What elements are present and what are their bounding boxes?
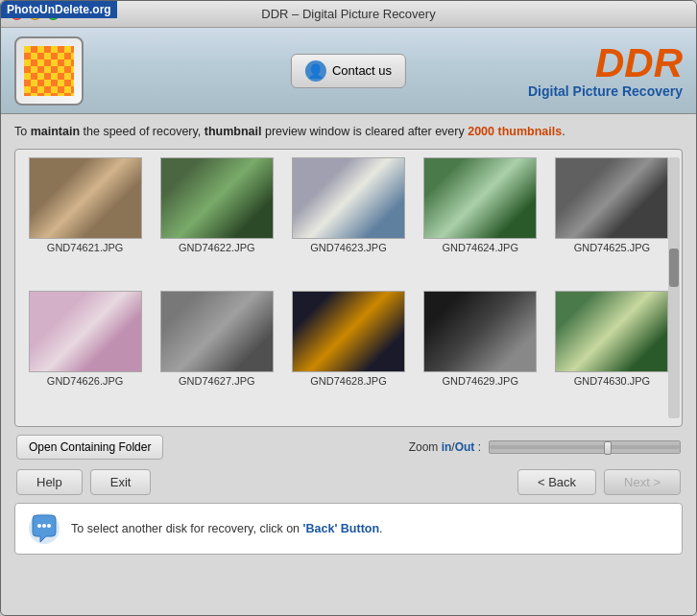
app-logo bbox=[14, 36, 84, 106]
thumbnail-label: GND74630.JPG bbox=[574, 375, 650, 387]
info-text: To maintain the speed of recovery, thumb… bbox=[14, 124, 683, 141]
thumbnail-image bbox=[160, 291, 274, 372]
thumbnail-image bbox=[555, 157, 668, 239]
list-item[interactable]: GND74629.JPG bbox=[419, 291, 542, 418]
list-item[interactable]: GND74623.JPG bbox=[286, 157, 410, 285]
open-folder-button[interactable]: Open Containing Folder bbox=[16, 435, 163, 460]
list-item[interactable]: GND74624.JPG bbox=[419, 157, 542, 285]
header: 👤 Contact us DDR Digital Picture Recover… bbox=[1, 28, 696, 114]
back-button[interactable]: < Back bbox=[517, 469, 596, 495]
brand-title: DDR bbox=[528, 43, 683, 83]
right-nav-buttons: < Back Next > bbox=[517, 469, 681, 495]
list-item[interactable]: GND74630.JPG bbox=[550, 291, 674, 418]
list-item[interactable]: GND74621.JPG bbox=[23, 157, 147, 285]
svg-point-3 bbox=[47, 524, 51, 528]
thumbnail-label: GND74621.JPG bbox=[47, 242, 123, 253]
zoom-control: Zoom in/Out : bbox=[409, 440, 681, 454]
zoom-slider[interactable] bbox=[489, 440, 681, 454]
title-bar: PhotoUnDelete.org DDR – Digital Picture … bbox=[1, 1, 696, 28]
thumbnail-image bbox=[423, 291, 537, 372]
thumbnail-image bbox=[29, 157, 142, 239]
zoom-label: Zoom in/Out : bbox=[409, 440, 481, 454]
contact-button[interactable]: 👤 Contact us bbox=[291, 54, 406, 88]
watermark-badge: PhotoUnDelete.org bbox=[1, 1, 117, 18]
window-title: DDR – Digital Picture Recovery bbox=[261, 7, 435, 21]
contact-icon: 👤 bbox=[305, 60, 326, 82]
svg-point-1 bbox=[37, 524, 41, 528]
main-content: To maintain the speed of recovery, thumb… bbox=[1, 114, 696, 615]
zoom-track bbox=[490, 445, 680, 449]
thumbnail-image bbox=[160, 157, 274, 239]
thumbnail-label: GND74624.JPG bbox=[442, 242, 517, 253]
logo-icon bbox=[24, 46, 74, 96]
thumbnail-label: GND74628.JPG bbox=[310, 375, 386, 387]
svg-point-2 bbox=[42, 524, 46, 528]
list-item[interactable]: GND74628.JPG bbox=[286, 291, 410, 418]
exit-button[interactable]: Exit bbox=[90, 469, 152, 495]
thumbnail-label: GND74623.JPG bbox=[310, 242, 386, 253]
left-nav-buttons: Help Exit bbox=[16, 469, 151, 495]
thumbnail-label: GND74629.JPG bbox=[442, 375, 517, 387]
next-button[interactable]: Next > bbox=[604, 469, 681, 495]
brand-subtitle: Digital Picture Recovery bbox=[528, 83, 683, 99]
list-item[interactable]: GND74626.JPG bbox=[23, 291, 147, 418]
thumbnail-image bbox=[423, 157, 537, 239]
status-text: To select another disk for recovery, cli… bbox=[71, 522, 383, 535]
main-window: PhotoUnDelete.org DDR – Digital Picture … bbox=[0, 0, 697, 616]
list-item[interactable]: GND74622.JPG bbox=[155, 157, 278, 285]
thumbnail-label: GND74627.JPG bbox=[179, 375, 254, 387]
list-item[interactable]: GND74625.JPG bbox=[550, 157, 674, 285]
thumbnail-label: GND74626.JPG bbox=[47, 375, 123, 387]
status-bar: To select another disk for recovery, cli… bbox=[14, 503, 683, 555]
thumbnail-label: GND74622.JPG bbox=[179, 242, 254, 253]
thumbnail-image bbox=[29, 291, 142, 372]
help-button[interactable]: Help bbox=[16, 469, 83, 495]
thumbnail-image bbox=[292, 157, 405, 239]
scrollbar-thumb[interactable] bbox=[669, 249, 679, 287]
scrollbar[interactable] bbox=[668, 157, 680, 418]
bottom-buttons: Help Exit < Back Next > bbox=[14, 469, 683, 495]
thumbnail-image bbox=[292, 291, 405, 372]
list-item[interactable]: GND74627.JPG bbox=[155, 291, 278, 418]
controls-row: Open Containing Folder Zoom in/Out : bbox=[14, 435, 683, 460]
thumbnail-image bbox=[555, 291, 668, 372]
thumbnail-label: GND74625.JPG bbox=[574, 242, 650, 253]
info-icon bbox=[27, 511, 61, 546]
thumbnail-grid: GND74621.JPG GND74622.JPG GND74623.JPG G… bbox=[14, 149, 683, 427]
zoom-thumb[interactable] bbox=[604, 441, 612, 455]
brand-area: DDR Digital Picture Recovery bbox=[528, 43, 683, 99]
